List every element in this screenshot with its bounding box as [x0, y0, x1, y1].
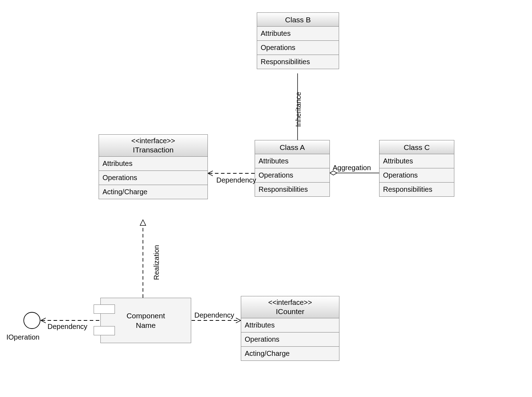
- class-c-row: Responsibilities: [379, 183, 454, 196]
- component-tab-icon: [94, 326, 115, 335]
- class-c-row: Attributes: [379, 154, 454, 168]
- itransaction-interface: <<interface>> ITransaction Attributes Op…: [99, 134, 208, 199]
- label-realization: Realization: [153, 245, 161, 280]
- itransaction-stereo: <<interface>>: [102, 137, 205, 145]
- ioperation-lollipop: [24, 312, 40, 329]
- class-b-title: Class B: [260, 15, 336, 24]
- icounter-row: Acting/Charge: [241, 347, 339, 360]
- icounter-row: Attributes: [241, 318, 339, 332]
- label-dependency-comp-icounter: Dependency: [194, 311, 234, 319]
- label-dependency-comp-iop: Dependency: [48, 323, 87, 331]
- class-c-title: Class C: [382, 142, 451, 152]
- class-a-row: Operations: [255, 168, 329, 183]
- label-inheritance: Inheritance: [294, 92, 303, 127]
- icounter-row: Operations: [241, 332, 339, 347]
- label-dependency-a-itrans: Dependency: [216, 176, 256, 184]
- class-a-title: Class A: [258, 142, 327, 152]
- ioperation-label: IOperation: [6, 333, 39, 341]
- class-a: Class A Attributes Operations Responsibi…: [255, 140, 330, 197]
- itransaction-row: Acting/Charge: [99, 185, 207, 199]
- itransaction-row: Attributes: [99, 157, 207, 171]
- itransaction-row: Operations: [99, 171, 207, 185]
- itransaction-title: ITransaction: [102, 145, 205, 154]
- component-name-line2: Name: [136, 321, 156, 329]
- class-a-row: Responsibilities: [255, 183, 329, 196]
- icounter-interface: <<interface>> ICounter Attributes Operat…: [241, 296, 339, 361]
- class-c: Class C Attributes Operations Responsibi…: [379, 140, 454, 197]
- icounter-title: ICounter: [244, 307, 336, 316]
- component-name-line1: Component: [127, 312, 165, 320]
- class-c-row: Operations: [379, 168, 454, 183]
- class-b-row: Responsibilities: [257, 55, 339, 69]
- class-b-row: Attributes: [257, 27, 339, 41]
- label-aggregation: Aggregation: [333, 164, 371, 172]
- class-a-row: Attributes: [255, 154, 329, 168]
- icounter-stereo: <<interface>>: [244, 298, 336, 307]
- class-b: Class B Attributes Operations Responsibi…: [257, 12, 339, 69]
- component-tab-icon: [94, 304, 115, 314]
- class-b-row: Operations: [257, 41, 339, 55]
